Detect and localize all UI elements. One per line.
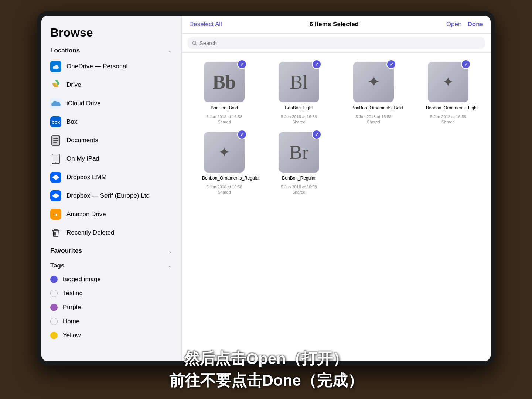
file-item-bonbon-ornaments-bold[interactable]: ✦ BonBon_Ornaments_Bold 5 Jun 2018 at 16… <box>340 62 407 125</box>
purple-dot <box>50 304 58 311</box>
sidebar-item-recently-deleted[interactable]: Recently Deleted <box>41 224 181 242</box>
sidebar-item-amazon[interactable]: a Amazon Drive <box>41 205 181 224</box>
sidebar-item-onedrive[interactable]: OneDrive — Personal <box>41 57 181 76</box>
bonbon-light-name: BonBon_Light <box>285 105 313 111</box>
svg-line-9 <box>195 44 197 45</box>
bonbon-bold-icon-container: Bb <box>204 62 245 102</box>
bonbon-ornaments-regular-meta: 5 Jun 2018 at 16:58Shared <box>206 184 242 195</box>
files-grid: Bb BonBon_Bold 5 Jun 2018 at 16:58Shared… <box>182 53 491 204</box>
drive-label: Drive <box>66 81 81 89</box>
box-label: Box <box>66 118 77 126</box>
tag-item-testing[interactable]: Testing <box>41 286 181 300</box>
onedrive-label: OneDrive — Personal <box>66 63 127 70</box>
bonbon-light-icon-container: Bl <box>279 62 319 102</box>
recently-deleted-label: Recently Deleted <box>66 229 114 236</box>
icloud-icon <box>50 98 61 109</box>
browse-title: Browse <box>41 23 181 45</box>
locations-label: Locations <box>50 47 80 54</box>
testing-dot <box>50 290 58 297</box>
tags-section: Tags ⌄ tagged image Testing <box>41 260 181 342</box>
search-input[interactable] <box>200 40 480 46</box>
tag-item-tagged-image[interactable]: tagged image <box>41 272 181 286</box>
documents-label: Documents <box>66 137 98 144</box>
bonbon-ornaments-light-meta: 5 Jun 2018 at 16:58Shared <box>430 114 466 125</box>
amazon-icon: a <box>50 209 61 220</box>
bonbon-regular-check <box>312 130 321 139</box>
sidebar-item-icloud[interactable]: iCloud Drive <box>41 94 181 113</box>
icloud-label: iCloud Drive <box>66 100 101 107</box>
sidebar-item-dropbox-serif[interactable]: Dropbox — Serif (Europe) Ltd <box>41 187 181 205</box>
tags-section-header[interactable]: Tags ⌄ <box>41 260 181 272</box>
onedrive-icon <box>50 61 61 72</box>
bonbon-bold-meta: 5 Jun 2018 at 16:58Shared <box>206 114 242 125</box>
svg-rect-4 <box>53 155 58 161</box>
file-item-bonbon-light[interactable]: Bl BonBon_Light 5 Jun 2018 at 16:58Share… <box>265 62 332 125</box>
tags-chevron-icon: ⌄ <box>168 263 173 269</box>
box-icon: box <box>50 116 61 127</box>
toolbar: Deselect All 6 Items Selected Open Done <box>182 16 491 34</box>
sidebar: Browse Locations ⌄ OneDrive — Personal <box>41 16 182 361</box>
selection-count: 6 Items Selected <box>310 21 359 28</box>
bonbon-regular-meta: 5 Jun 2018 at 16:58Shared <box>281 184 317 195</box>
sidebar-item-ipad[interactable]: On My iPad <box>41 150 181 168</box>
bonbon-bold-name: BonBon_Bold <box>211 105 238 111</box>
bonbon-ornaments-bold-check <box>386 59 396 69</box>
bonbon-ornaments-regular-name: Bonbon_Ornaments_Regular <box>202 175 246 181</box>
home-label: Home <box>63 318 79 325</box>
tag-item-home[interactable]: Home <box>41 314 181 328</box>
amazon-label: Amazon Drive <box>66 211 106 218</box>
dropbox-emm-label: Dropbox EMM <box>66 174 107 181</box>
file-item-bonbon-bold[interactable]: Bb BonBon_Bold 5 Jun 2018 at 16:58Shared <box>191 62 258 125</box>
yellow-dot <box>50 332 58 339</box>
favourites-section-header[interactable]: Favourites ⌄ <box>41 246 181 258</box>
ipad-icon <box>50 153 61 164</box>
bonbon-regular-icon-container: Br <box>279 132 319 173</box>
bonbon-ornaments-bold-meta: 5 Jun 2018 at 16:58Shared <box>355 114 391 125</box>
toolbar-actions: Open Done <box>446 21 483 28</box>
search-bar <box>182 34 491 53</box>
tagged-image-dot <box>50 276 58 283</box>
bonbon-bold-check <box>237 59 247 69</box>
subtitle-overlay: 然后点击Open（打开） 前往不要点击Done（完成） <box>0 348 532 392</box>
bonbon-regular-name: BonBon_Regular <box>282 175 316 181</box>
sidebar-item-documents[interactable]: Documents <box>41 131 181 150</box>
locations-chevron-icon: ⌄ <box>168 48 173 54</box>
tag-item-yellow[interactable]: Yellow <box>41 328 181 342</box>
documents-icon <box>50 135 61 146</box>
tag-item-purple[interactable]: Purple <box>41 300 181 314</box>
dropbox-serif-icon <box>50 190 61 201</box>
file-item-bonbon-regular[interactable]: Br BonBon_Regular 5 Jun 2018 at 16:58Sha… <box>265 132 332 195</box>
file-item-bonbon-ornaments-regular[interactable]: ✦ Bonbon_Ornaments_Regular 5 Jun 2018 at… <box>191 132 258 195</box>
search-icon <box>192 41 197 46</box>
sidebar-item-dropbox-emm[interactable]: Dropbox EMM <box>41 168 181 187</box>
app-content: Browse Locations ⌄ OneDrive — Personal <box>41 16 491 361</box>
bonbon-ornaments-light-check <box>461 59 471 69</box>
bonbon-ornaments-light-name: Bonbon_Ornaments_Light <box>426 105 470 111</box>
svg-point-3 <box>55 162 57 163</box>
drive-icon <box>50 79 61 91</box>
ipad-label: On My iPad <box>66 155 99 163</box>
subtitle-line-2: 前往不要点击Done（完成） <box>37 370 495 392</box>
sidebar-item-drive[interactable]: Drive <box>41 76 181 94</box>
file-item-bonbon-ornaments-light[interactable]: ✦ Bonbon_Ornaments_Light 5 Jun 2018 at 1… <box>415 62 482 125</box>
done-button[interactable]: Done <box>467 21 483 28</box>
bonbon-light-meta: 5 Jun 2018 at 16:58Shared <box>281 114 317 125</box>
bonbon-ornaments-bold-icon-container: ✦ <box>353 62 394 102</box>
tablet-frame: Browse Locations ⌄ OneDrive — Personal <box>37 11 495 366</box>
home-dot <box>50 318 58 325</box>
open-button[interactable]: Open <box>446 21 462 28</box>
search-container[interactable] <box>188 37 485 49</box>
bonbon-ornaments-bold-name: BonBon_Ornaments_Bold <box>351 105 396 111</box>
tagged-image-label: tagged image <box>63 276 101 283</box>
subtitle-line-1: 然后点击Open（打开） <box>37 348 495 370</box>
testing-label: Testing <box>63 290 83 297</box>
dropbox-emm-icon <box>50 172 61 183</box>
sidebar-item-box[interactable]: box Box <box>41 113 181 131</box>
bonbon-light-check <box>312 59 321 69</box>
deselect-all-button[interactable]: Deselect All <box>189 21 222 28</box>
tags-label: Tags <box>50 262 64 269</box>
locations-section-header[interactable]: Locations ⌄ <box>41 45 181 57</box>
bonbon-ornaments-regular-check <box>237 130 247 139</box>
trash-icon <box>50 227 61 238</box>
favourites-chevron-icon: ⌄ <box>168 248 173 254</box>
